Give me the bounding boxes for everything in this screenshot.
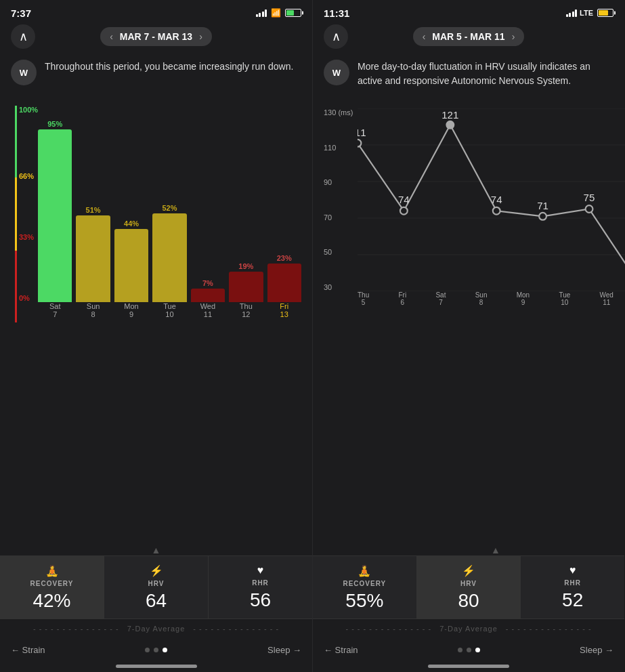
hrv-icon-right: ⚡ — [462, 564, 475, 577]
stat-rhr-left[interactable]: ♥ RHR 56 — [209, 556, 312, 618]
bar-label-tue: 52% — [162, 204, 177, 212]
message-text-right: More day-to-day fluctuation in HRV usual… — [358, 60, 613, 88]
yline-yellow — [15, 177, 17, 251]
sleep-link-left[interactable]: Sleep → — [267, 645, 301, 655]
date-range-text-right: MAR 5 - MAR 11 — [432, 31, 504, 42]
point-mon — [539, 213, 546, 220]
lte-label: LTE — [580, 9, 593, 17]
bar-fill-wed — [191, 289, 225, 302]
xitem-sat: Sat 7 — [435, 291, 446, 312]
rhr-icon-right: ♥ — [569, 564, 576, 576]
status-bar-left: 7:37 📶 — [0, 0, 312, 22]
page-dots-right — [458, 648, 480, 652]
xitem-thu: Thu 5 — [358, 291, 369, 312]
yline-red — [15, 251, 17, 322]
bar-label-sat: 95% — [47, 120, 62, 128]
recovery-value-left: 42% — [33, 590, 70, 612]
bar-label-thu: 19% — [238, 262, 253, 270]
status-icons-right: LTE — [566, 9, 613, 17]
ylabel-66: 66% — [19, 172, 38, 180]
bottom-stats-left: 🧘 RECOVERY 42% ⚡ HRV 64 ♥ RHR 56 — [0, 555, 312, 618]
home-indicator-right — [428, 665, 509, 668]
prev-week-right[interactable]: ‹ — [423, 31, 426, 42]
recovery-label-left: RECOVERY — [30, 580, 74, 587]
val-sat: 121 — [441, 109, 458, 121]
date-range-pill-left[interactable]: ‹ MAR 7 - MAR 13 › — [100, 27, 212, 46]
back-button-right[interactable]: ∧ — [324, 24, 348, 49]
status-icons-left: 📶 — [256, 8, 302, 18]
point-sat — [446, 121, 454, 129]
bar-label-mon: 44% — [124, 219, 139, 228]
home-indicator-left — [116, 665, 197, 668]
signal-bars-left — [256, 9, 267, 17]
bottom-nav-right: ← Strain Sleep → — [313, 638, 624, 662]
day-label-wed: Wed 11 — [191, 302, 225, 322]
stat-hrv-left[interactable]: ⚡ HRV 64 — [104, 556, 209, 618]
rhr-label-left: RHR — [252, 579, 269, 587]
bottom-stats-right: 🧘 RECOVERY 55% ⚡ HRV 80 ♥ RHR 52 — [313, 555, 624, 618]
nav-bar-left: ∧ ‹ MAR 7 - MAR 13 › — [0, 22, 312, 51]
bar-sat: 95% — [38, 106, 72, 302]
yaxis-labels: 100% 66% 33% 0% — [19, 106, 38, 302]
bar-mon: 44% — [114, 106, 148, 302]
xitem-tue: Tue 10 — [559, 291, 570, 312]
back-button-left[interactable]: ∧ — [11, 24, 35, 49]
lc-xaxis: Thu 5 Fri 6 Sat 7 Sun 8 Mon 9 — [358, 291, 613, 312]
stat-recovery-left[interactable]: 🧘 RECOVERY 42% — [0, 556, 104, 618]
recovery-icon-left: 🧘 — [45, 564, 59, 577]
page-dots-left — [145, 648, 167, 652]
yline-green — [15, 106, 17, 177]
xitem-fri: Fri 6 — [398, 291, 406, 312]
whoop-logo-text-left: W — [20, 68, 28, 78]
day-label-sun: Sun 8 — [76, 302, 110, 322]
xitem-sun: Sun 8 — [475, 291, 488, 312]
hrv-icon-left: ⚡ — [150, 564, 163, 577]
stat-recovery-right[interactable]: 🧘 RECOVERY 55% — [313, 556, 417, 618]
seven-day-left: - - - - - - - - - - - - - - - 7-Day Aver… — [0, 618, 312, 638]
whoop-logo-left: W — [11, 60, 37, 85]
bar-tue: 52% — [152, 106, 186, 302]
recovery-icon-right: 🧘 — [358, 564, 371, 577]
bar-label-sun: 51% — [86, 206, 101, 214]
lc-yaxis: 130 (ms) 110 90 70 50 30 — [324, 108, 353, 291]
strain-link-left[interactable]: ← Strain — [11, 645, 45, 655]
bar-fill-thu — [229, 272, 263, 302]
bar-label-fri: 23% — [277, 254, 292, 262]
dot-2-right — [467, 648, 471, 652]
point-thu — [358, 140, 361, 147]
message-section-left: W Throughout this period, you became inc… — [0, 51, 312, 93]
stat-rhr-right[interactable]: ♥ RHR 52 — [521, 556, 624, 618]
bar-fill-sat — [38, 129, 72, 303]
strain-link-right[interactable]: ← Strain — [324, 645, 358, 655]
stat-hrv-right[interactable]: ⚡ HRV 80 — [417, 556, 521, 618]
point-tue — [586, 205, 593, 213]
hrv-label-left: HRV — [148, 580, 165, 587]
status-time-right: 11:31 — [324, 7, 349, 19]
battery-icon-left — [285, 9, 301, 17]
dot-3-left — [163, 648, 167, 652]
recovery-label-right: RECOVERY — [343, 580, 386, 587]
point-sun — [493, 207, 500, 215]
date-range-pill-right[interactable]: ‹ MAR 5 - MAR 11 › — [413, 27, 525, 46]
bottom-nav-left: ← Strain Sleep → — [0, 638, 312, 662]
dot-1-right — [458, 648, 462, 652]
bar-fri: 23% — [267, 106, 301, 302]
bar-fill-sun — [76, 215, 110, 302]
next-week-left[interactable]: › — [199, 31, 202, 42]
day-label-thu: Thu 12 — [229, 302, 263, 322]
day-label-tue: Tue 10 — [152, 302, 186, 322]
sleep-link-right[interactable]: Sleep → — [580, 645, 613, 655]
rhr-label-right: RHR — [564, 579, 581, 587]
bar-chart-section: 100% 66% 33% 0% 95% 51% 44% — [0, 93, 312, 542]
day-label-fri: Fri 13 — [267, 302, 301, 322]
xitem-mon: Mon 9 — [517, 291, 530, 312]
rhr-icon-left: ♥ — [257, 564, 264, 576]
next-week-right[interactable]: › — [512, 31, 515, 42]
signal-bars-right — [566, 9, 578, 17]
line-chart: 130 (ms) 110 90 70 50 30 — [324, 108, 613, 312]
bar-fill-tue — [152, 213, 186, 302]
prev-week-left[interactable]: ‹ — [110, 31, 113, 42]
line-chart-svg: 111 74 121 74 71 75 37 — [358, 108, 625, 291]
val-thu: 111 — [358, 127, 366, 138]
xitem-wed: Wed 11 — [600, 291, 613, 312]
